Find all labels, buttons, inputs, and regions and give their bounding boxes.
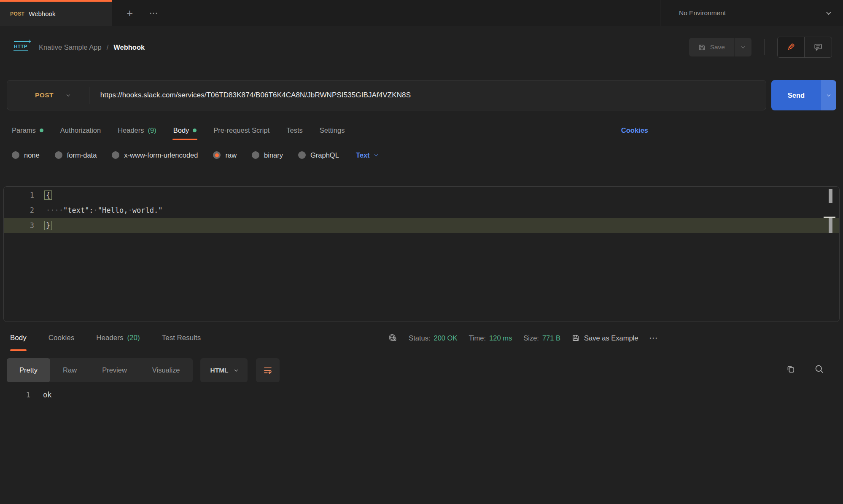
url-input[interactable]: https://hooks.slack.com/services/T06TD83… xyxy=(89,91,411,99)
radio-x-www-form-urlencoded[interactable]: x-www-form-urlencoded xyxy=(112,151,198,159)
copy-icon[interactable] xyxy=(786,364,796,374)
tab-options-icon[interactable]: ••• xyxy=(150,11,159,16)
status-badge: Status: 200 OK xyxy=(409,334,457,342)
save-as-example-button[interactable]: Save as Example xyxy=(572,334,638,342)
comment-icon xyxy=(814,43,822,51)
send-button[interactable]: Send xyxy=(771,80,821,110)
breadcrumb-request-name: Webhook xyxy=(113,43,145,51)
tab-pre-request-script[interactable]: Pre-request Script xyxy=(213,121,269,140)
response-view-switcher: Pretty Raw Preview Visualize xyxy=(7,358,193,382)
status-value: 200 OK xyxy=(434,334,458,342)
request-section-tabs: Params Authorization Headers (9) Body Pr… xyxy=(0,121,843,140)
environment-selector[interactable]: No Environment xyxy=(660,0,843,26)
view-visualize[interactable]: Visualize xyxy=(140,358,193,382)
radio-selected-icon xyxy=(213,151,221,159)
view-preview[interactable]: Preview xyxy=(89,358,140,382)
save-icon xyxy=(572,334,579,342)
cookies-link[interactable]: Cookies xyxy=(621,126,648,134)
scrollbar-annotation xyxy=(829,218,832,233)
method-label: POST xyxy=(35,91,54,99)
response-body[interactable]: 1 ok xyxy=(0,391,843,399)
save-icon xyxy=(698,44,706,51)
radio-icon xyxy=(112,151,119,159)
radio-icon xyxy=(12,151,19,159)
tab-headers[interactable]: Headers (9) xyxy=(118,121,156,140)
editor-scrollbar[interactable] xyxy=(823,187,836,322)
time-badge: Time: 120 ms xyxy=(469,334,512,342)
wrap-text-icon xyxy=(263,366,272,375)
radio-raw[interactable]: raw xyxy=(213,151,237,159)
size-badge: Size: 771 B xyxy=(523,334,560,342)
response-format-select[interactable]: HTML xyxy=(200,358,248,382)
send-options-button[interactable] xyxy=(821,80,836,110)
line-number: 1 xyxy=(4,191,34,199)
send-button-group: Send xyxy=(771,80,836,110)
radio-binary[interactable]: binary xyxy=(252,151,283,159)
response-meta: Status: 200 OK Time: 120 ms Size: 771 B … xyxy=(388,333,658,343)
body-active-dot xyxy=(193,129,197,132)
radio-icon xyxy=(298,151,306,159)
response-options-icon[interactable]: ••• xyxy=(649,335,658,340)
scrollbar-annotation xyxy=(829,189,832,203)
request-tab-bar: POST Webhook + ••• No Environment xyxy=(0,0,843,26)
network-lock-icon[interactable] xyxy=(388,333,397,343)
headers-count: (9) xyxy=(148,126,156,134)
breadcrumb-separator: / xyxy=(107,43,109,51)
save-options-button[interactable] xyxy=(735,38,751,56)
response-tab-cookies[interactable]: Cookies xyxy=(48,322,74,354)
tab-settings[interactable]: Settings xyxy=(320,121,345,140)
tab-authorization[interactable]: Authorization xyxy=(60,121,101,140)
line-number: 2 xyxy=(4,206,34,214)
radio-none[interactable]: none xyxy=(12,151,40,159)
close-brace: } xyxy=(44,221,52,230)
url-box: POST https://hooks.slack.com/services/T0… xyxy=(7,80,766,110)
json-value: "Hello, xyxy=(98,206,128,214)
radio-icon xyxy=(252,151,259,159)
breadcrumb-collection[interactable]: Knative Sample App xyxy=(39,43,102,51)
tab-actions: + ••• xyxy=(112,0,159,26)
time-value: 120 ms xyxy=(489,334,512,342)
edit-request-button[interactable]: ✎ xyxy=(778,37,805,57)
wrap-lines-button[interactable] xyxy=(256,358,280,382)
tab-tests[interactable]: Tests xyxy=(286,121,303,140)
url-row: POST https://hooks.slack.com/services/T0… xyxy=(7,80,836,110)
response-tab-headers[interactable]: Headers (20) xyxy=(96,322,140,354)
response-tab-body[interactable]: Body xyxy=(10,322,27,354)
sidebar-toggle-group: ✎ xyxy=(777,37,832,58)
tab-method-label: POST xyxy=(10,11,24,17)
radio-graphql[interactable]: GraphQL xyxy=(298,151,339,159)
json-value: world." xyxy=(132,206,163,214)
radio-form-data[interactable]: form-data xyxy=(55,151,97,159)
response-tab-test-results[interactable]: Test Results xyxy=(162,322,201,354)
chevron-down-icon xyxy=(741,45,745,48)
json-key: "text": xyxy=(63,206,94,214)
method-select[interactable]: POST xyxy=(7,91,70,99)
chevron-down-icon xyxy=(374,153,377,156)
raw-language-select[interactable]: Text xyxy=(356,151,377,159)
save-button-label: Save xyxy=(710,43,725,51)
editor-line-1: 1 { xyxy=(4,188,839,203)
search-icon[interactable] xyxy=(814,364,824,374)
comments-button[interactable] xyxy=(805,37,832,57)
response-format-label: HTML xyxy=(210,367,229,374)
tab-body[interactable]: Body xyxy=(173,121,197,140)
chevron-down-icon xyxy=(827,93,830,96)
response-headers-count: (20) xyxy=(127,334,140,342)
request-body-editor[interactable]: 1 { 2 ····"text":·"Hello,·world." 3 } xyxy=(3,186,840,322)
response-view-controls: Pretty Raw Preview Visualize HTML xyxy=(0,354,843,382)
pencil-icon: ✎ xyxy=(787,42,795,53)
size-value: 771 B xyxy=(542,334,560,342)
request-header: HTTP Knative Sample App / Webhook Save ✎ xyxy=(0,26,843,68)
response-line-number: 1 xyxy=(0,391,30,399)
chevron-down-icon xyxy=(67,93,70,96)
save-button[interactable]: Save xyxy=(689,38,751,56)
open-brace: { xyxy=(44,190,52,200)
new-tab-icon[interactable]: + xyxy=(127,8,133,19)
header-actions: Save ✎ xyxy=(689,37,832,58)
line-number: 3 xyxy=(4,221,34,230)
response-tools xyxy=(786,358,824,374)
tab-params[interactable]: Params xyxy=(12,121,43,140)
tab-webhook[interactable]: POST Webhook xyxy=(0,0,112,26)
view-pretty[interactable]: Pretty xyxy=(7,358,50,382)
view-raw[interactable]: Raw xyxy=(50,358,89,382)
